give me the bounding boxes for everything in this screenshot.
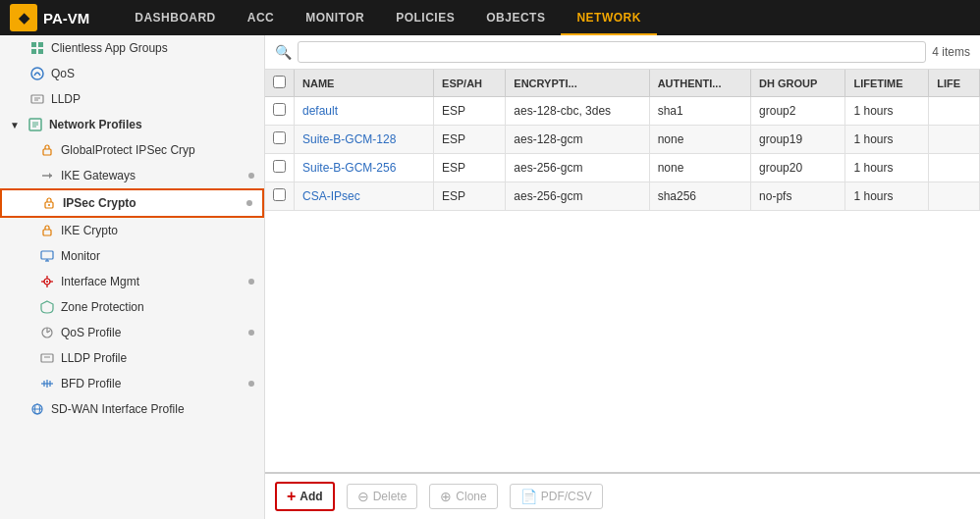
col-esp-ah: ESP/AH (434, 70, 506, 97)
sidebar-item-globalprotect-ipsec[interactable]: GlobalProtect IPSec Cryp (0, 137, 264, 163)
sidebar-item-bfd-profile[interactable]: BFD Profile (0, 371, 264, 396)
sidebar-item-qos-profile[interactable]: QoS Profile (0, 320, 264, 345)
sidebar-item-qos[interactable]: QoS (0, 61, 264, 86)
name-link-2[interactable]: Suite-B-GCM-256 (302, 161, 396, 175)
sidebar-item-monitor[interactable]: Monitor (0, 243, 264, 269)
sidebar-item-sdwan-interface-profile[interactable]: SD-WAN Interface Profile (0, 396, 264, 422)
bottom-bar: + Add ⊖ Delete ⊕ Clone 📄 PDF/CSV (265, 472, 980, 519)
ike-crypto-label: IKE Crypto (61, 224, 118, 237)
cell-encryption-2: aes-256-gcm (506, 154, 649, 182)
clientless-app-groups-icon (29, 40, 45, 56)
cell-dh-group-3: no-pfs (751, 182, 845, 211)
qos-profile-dot (248, 330, 254, 336)
sidebar-item-zone-protection[interactable]: Zone Protection (0, 294, 264, 320)
cell-name-0: default (295, 97, 434, 126)
add-label: Add (299, 490, 322, 503)
content-area: 🔍 4 items NAME ESP/AH ENCRYPTI... AUTHEN… (265, 35, 980, 519)
nav-policies[interactable]: POLICIES (380, 0, 470, 35)
name-link-0[interactable]: default (302, 104, 338, 118)
cell-encryption-1: aes-128-gcm (506, 126, 649, 154)
qos-profile-icon (39, 325, 55, 340)
sidebar-item-lldp-profile[interactable]: LLDP Profile (0, 345, 264, 371)
logo-text: PA-VM (43, 10, 89, 26)
pdf-csv-icon: 📄 (520, 489, 537, 504)
sdwan-icon (29, 401, 45, 417)
sdwan-label: SD-WAN Interface Profile (51, 402, 185, 416)
svg-rect-12 (43, 149, 51, 155)
row-checkbox-0[interactable] (273, 103, 286, 116)
ipsec-crypto-table: NAME ESP/AH ENCRYPTI... AUTHENTI... DH G… (265, 70, 980, 211)
ike-gateways-icon (39, 168, 55, 183)
pdf-csv-button[interactable]: 📄 PDF/CSV (510, 484, 603, 509)
clone-label: Clone (456, 490, 486, 503)
cell-esp-ah-2: ESP (434, 154, 506, 182)
sidebar-item-interface-mgmt[interactable]: Interface Mgmt (0, 269, 264, 294)
select-all-header (265, 70, 295, 97)
cell-authentication-1: none (649, 126, 750, 154)
sidebar-item-ike-gateways[interactable]: IKE Gateways (0, 163, 264, 188)
cell-authentication-3: sha256 (649, 182, 750, 211)
logo-icon: ◆ (10, 4, 37, 31)
row-checkbox-1[interactable] (273, 131, 286, 144)
clone-button[interactable]: ⊕ Clone (429, 484, 497, 509)
delete-label: Delete (373, 490, 408, 503)
col-name: NAME (295, 70, 434, 97)
delete-button[interactable]: ⊖ Delete (347, 484, 418, 509)
cell-encryption-0: aes-128-cbc, 3des (506, 97, 649, 126)
search-bar: 🔍 4 items (265, 35, 980, 70)
sidebar-item-clientless-app-groups[interactable]: Clientless App Groups (0, 35, 264, 61)
cell-dh-group-0: group2 (751, 97, 845, 126)
col-lifetime: LIFETIME (845, 70, 929, 97)
svg-point-22 (46, 281, 48, 283)
select-all-checkbox[interactable] (273, 76, 286, 88)
clone-icon: ⊕ (440, 489, 452, 504)
ipsec-crypto-label: IPSec Crypto (63, 196, 136, 210)
add-button[interactable]: + Add (275, 482, 335, 511)
row-checkbox-2[interactable] (273, 160, 286, 173)
expand-arrow: ▼ (10, 120, 20, 130)
svg-point-4 (31, 68, 43, 79)
col-authentication: AUTHENTI... (649, 70, 750, 97)
cell-name-2: Suite-B-GCM-256 (295, 154, 434, 182)
nav-acc[interactable]: ACC (232, 0, 291, 35)
bfd-profile-icon (39, 376, 55, 391)
cell-esp-ah-0: ESP (434, 97, 506, 126)
sidebar-item-ike-crypto[interactable]: IKE Crypto (0, 218, 264, 243)
sidebar-item-ipsec-crypto[interactable]: IPSec Crypto (0, 188, 264, 218)
cell-dh-group-1: group19 (751, 126, 845, 154)
qos-profile-label: QoS Profile (61, 326, 121, 339)
cell-life-0 (929, 97, 980, 126)
interface-mgmt-icon (39, 274, 55, 289)
svg-marker-14 (49, 173, 52, 179)
cell-authentication-2: none (649, 154, 750, 182)
name-link-1[interactable]: Suite-B-GCM-128 (302, 132, 396, 146)
ike-gateways-dot (248, 173, 254, 179)
delete-icon: ⊖ (357, 489, 369, 504)
nav-monitor[interactable]: MONITOR (290, 0, 380, 35)
row-checkbox-cell (265, 97, 295, 126)
cell-lifetime-3: 1 hours (845, 182, 929, 211)
nav-menu: DASHBOARD ACC MONITOR POLICIES OBJECTS N… (119, 0, 657, 35)
nav-dashboard[interactable]: DASHBOARD (119, 0, 232, 35)
cell-encryption-3: aes-256-gcm (506, 182, 649, 211)
row-checkbox-3[interactable] (273, 188, 286, 201)
add-icon: + (287, 488, 296, 505)
nav-network[interactable]: NETWORK (561, 0, 657, 35)
name-link-3[interactable]: CSA-IPsec (302, 189, 360, 203)
network-profiles-icon (27, 117, 43, 132)
nav-objects[interactable]: OBJECTS (470, 0, 561, 35)
lldp-profile-icon (39, 350, 55, 366)
sidebar-item-lldp[interactable]: LLDP (0, 86, 264, 112)
cell-lifetime-1: 1 hours (845, 126, 929, 154)
cell-authentication-0: sha1 (649, 97, 750, 126)
cell-lifetime-0: 1 hours (845, 97, 929, 126)
search-input[interactable] (298, 41, 926, 63)
cell-name-1: Suite-B-GCM-128 (295, 126, 434, 154)
cell-dh-group-2: group20 (751, 154, 845, 182)
cell-life-3 (929, 182, 980, 211)
zone-protection-icon (39, 299, 55, 315)
sidebar-item-network-profiles[interactable]: ▼ Network Profiles (0, 112, 264, 137)
svg-rect-0 (31, 42, 36, 47)
table-row: Suite-B-GCM-256 ESP aes-256-gcm none gro… (265, 154, 980, 182)
svg-rect-3 (38, 49, 43, 54)
